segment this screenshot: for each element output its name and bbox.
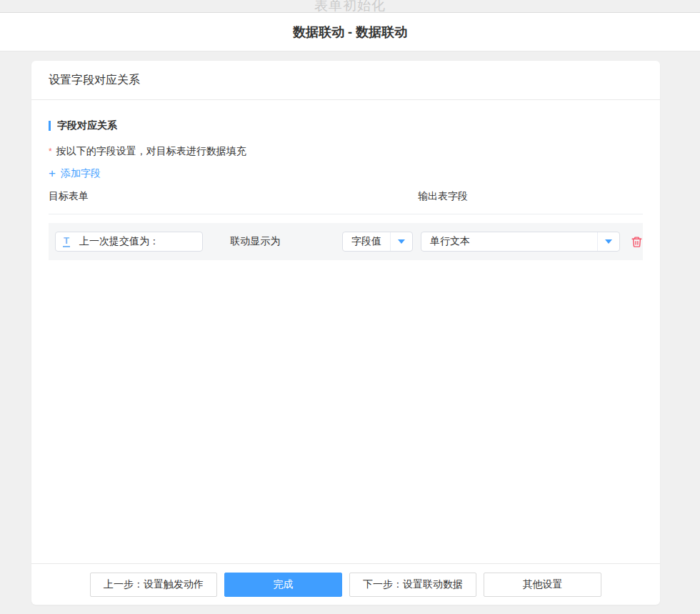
text-field-icon: T (63, 236, 70, 247)
section-accent-bar (49, 121, 51, 131)
target-field-value: 上一次提交值为： (79, 235, 159, 248)
linkage-display-label: 联动显示为 (230, 235, 309, 248)
mapping-row: T 上一次提交值为： 联动显示为 字段值 单行文本 (49, 223, 643, 260)
mode-select[interactable]: 字段值 (342, 232, 413, 252)
section-title: 字段对应关系 (49, 119, 643, 132)
card-header: 设置字段对应关系 (31, 61, 660, 100)
required-asterisk: * (49, 147, 52, 157)
add-field-label: 添加字段 (61, 167, 101, 180)
settings-card: 设置字段对应关系 字段对应关系 * 按以下的字段设置，对目标表进行数据填充 + … (31, 61, 660, 605)
note-text: 按以下的字段设置，对目标表进行数据填充 (56, 145, 246, 158)
delete-row-button[interactable] (631, 235, 643, 248)
chevron-down-icon (605, 239, 612, 244)
chevron-down-icon (398, 239, 405, 244)
output-field-select-value: 单行文本 (421, 235, 597, 248)
target-field-selector[interactable]: T 上一次提交值为： (55, 232, 203, 252)
required-note: * 按以下的字段设置，对目标表进行数据填充 (49, 145, 643, 158)
background-page-title: 表单初始化 (314, 0, 386, 12)
other-settings-button[interactable]: 其他设置 (484, 573, 601, 597)
mode-select-value: 字段值 (343, 235, 390, 248)
card-header-title: 设置字段对应关系 (49, 73, 140, 88)
mapping-table-header: 目标表单 输出表字段 (49, 190, 643, 214)
add-field-link[interactable]: + 添加字段 (49, 167, 101, 180)
dialog-title-bar: 数据联动 - 数据联动 (0, 12, 700, 51)
dialog-title: 数据联动 - 数据联动 (293, 24, 407, 41)
mode-select-caret-zone (390, 232, 412, 251)
prev-step-button[interactable]: 上一步：设置触发动作 (90, 573, 217, 597)
background-page-header: 表单初始化 (0, 0, 700, 12)
wizard-footer: 上一步：设置触发动作 完成 下一步：设置联动数据 其他设置 (31, 563, 660, 605)
next-step-button[interactable]: 下一步：设置联动数据 (349, 573, 476, 597)
finish-button[interactable]: 完成 (224, 573, 342, 597)
plus-icon: + (49, 169, 56, 179)
column-header-target-form: 目标表单 (49, 190, 418, 203)
output-select-caret-zone (597, 232, 619, 251)
output-field-select[interactable]: 单行文本 (421, 232, 620, 252)
card-body: 字段对应关系 * 按以下的字段设置，对目标表进行数据填充 + 添加字段 目标表单… (31, 100, 660, 260)
column-header-output-field: 输出表字段 (418, 190, 643, 203)
trash-icon (631, 236, 643, 248)
section-title-text: 字段对应关系 (57, 119, 117, 132)
